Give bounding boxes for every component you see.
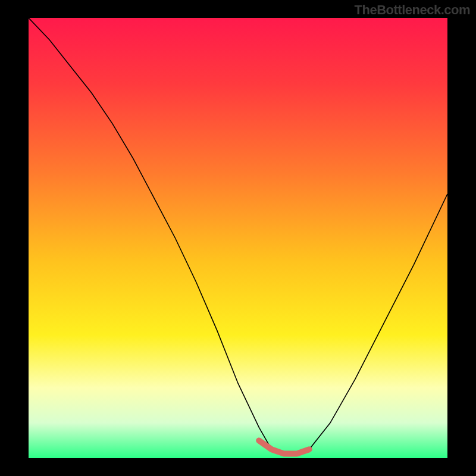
chart-background xyxy=(29,18,447,458)
bottleneck-chart xyxy=(29,18,447,458)
chart-frame: TheBottleneck.com xyxy=(0,0,476,476)
attribution-watermark: TheBottleneck.com xyxy=(355,2,470,18)
